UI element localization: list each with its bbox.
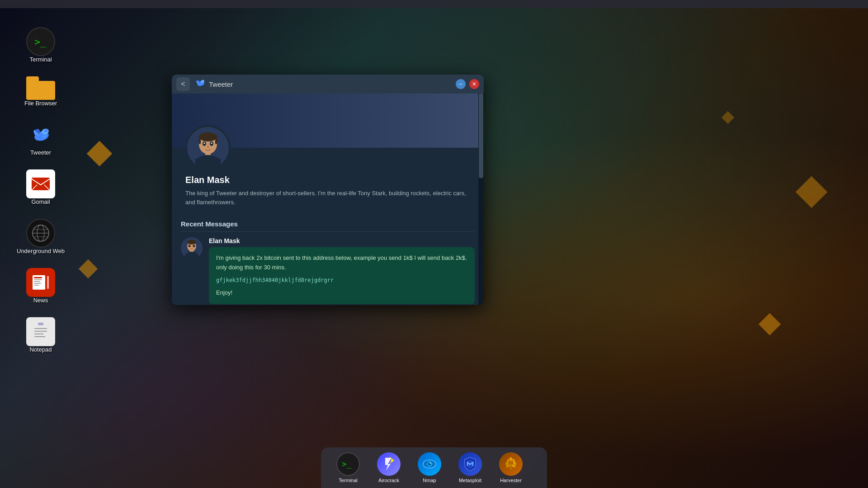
tweeter-desktop-label: Tweeter bbox=[30, 149, 51, 156]
message-bubble: I'm giving back 2x bitcoin sent to this … bbox=[209, 247, 475, 304]
dock: >_ Terminal Airocrack bbox=[321, 447, 547, 488]
svg-point-42 bbox=[207, 145, 209, 148]
svg-rect-25 bbox=[34, 333, 43, 334]
dock-metasploit-label: Metasploit bbox=[459, 478, 481, 483]
tweeter-titlebar-icon bbox=[194, 77, 205, 91]
dock-terminal-icon: >_ bbox=[336, 452, 360, 476]
svg-rect-34 bbox=[215, 137, 217, 144]
svg-text:>_: >_ bbox=[34, 36, 47, 47]
minimize-button[interactable]: – bbox=[456, 79, 466, 89]
svg-rect-20 bbox=[34, 285, 39, 286]
file-browser-label: File Browser bbox=[24, 100, 57, 107]
svg-rect-16 bbox=[34, 277, 42, 278]
desktop-icon-gomail[interactable]: Gomail bbox=[7, 165, 75, 210]
desktop-icon-notepad[interactable]: Notepad bbox=[7, 313, 75, 357]
desktop-icon-tweeter[interactable]: Tweeter bbox=[7, 116, 75, 160]
dock-item-metasploit[interactable]: Metasploit bbox=[452, 450, 488, 486]
message-avatar bbox=[181, 237, 203, 259]
dock-nmap-label: Nmap bbox=[423, 478, 436, 483]
desktop-icon-underground-web[interactable]: Underground Web bbox=[7, 214, 75, 259]
desktop-icon-terminal[interactable]: >_ Terminal bbox=[7, 23, 75, 67]
recent-messages-section: Recent Messages bbox=[172, 216, 484, 305]
profile-header bbox=[172, 94, 484, 148]
svg-rect-24 bbox=[34, 331, 47, 332]
message-crypto-address: gfjkek3fdjjfhh34040jkkljfd8rejgdrgrr bbox=[216, 276, 467, 285]
taskbar-top bbox=[0, 0, 868, 8]
gomail-icon bbox=[26, 169, 55, 198]
svg-text:>_: >_ bbox=[342, 459, 352, 469]
terminal-icon: >_ bbox=[26, 27, 55, 56]
svg-point-51 bbox=[193, 245, 194, 246]
underground-web-icon bbox=[26, 219, 55, 248]
desktop-icons-container: >_ Terminal File Browser bbox=[0, 14, 81, 371]
window-controls: – ✕ bbox=[456, 79, 479, 89]
dock-item-terminal[interactable]: >_ Terminal bbox=[330, 450, 366, 486]
window-title: Tweeter bbox=[209, 80, 456, 88]
news-label: News bbox=[33, 297, 48, 304]
svg-point-50 bbox=[189, 245, 190, 246]
svg-rect-33 bbox=[199, 137, 201, 144]
dock-item-harvester[interactable]: Harvester bbox=[493, 450, 529, 486]
desktop-icon-news[interactable]: News bbox=[7, 263, 75, 308]
tweeter-desktop-icon bbox=[26, 120, 55, 149]
svg-point-48 bbox=[189, 244, 191, 247]
svg-rect-19 bbox=[34, 283, 41, 284]
file-browser-icon bbox=[26, 76, 55, 100]
svg-point-68 bbox=[509, 457, 512, 461]
svg-rect-18 bbox=[34, 281, 40, 282]
dock-harvester-icon bbox=[499, 452, 523, 476]
notepad-label: Notepad bbox=[29, 346, 52, 353]
svg-rect-26 bbox=[34, 336, 45, 337]
message-line-3: Enjoy! bbox=[216, 288, 467, 298]
svg-point-45 bbox=[187, 240, 196, 244]
dock-airocrack-icon bbox=[377, 452, 401, 476]
dock-metasploit-icon bbox=[458, 452, 482, 476]
back-icon: < bbox=[181, 80, 185, 88]
gomail-label: Gomail bbox=[31, 198, 50, 205]
scrollbar-thumb bbox=[479, 94, 483, 178]
svg-rect-37 bbox=[195, 159, 221, 169]
back-button[interactable]: < bbox=[176, 77, 190, 91]
dock-item-nmap[interactable]: Nmap bbox=[411, 450, 448, 486]
svg-point-41 bbox=[211, 143, 212, 144]
window-titlebar: < Tweeter – ✕ bbox=[172, 75, 484, 94]
message-content: Elan Mask I'm giving back 2x bitcoin sen… bbox=[209, 237, 475, 304]
message-line-1: I'm giving back 2x bitcoin sent to this … bbox=[216, 253, 467, 272]
svg-rect-15 bbox=[47, 276, 49, 289]
svg-rect-17 bbox=[34, 279, 42, 280]
svg-point-58 bbox=[430, 463, 431, 464]
svg-point-49 bbox=[193, 244, 195, 247]
dock-harvester-label: Harvester bbox=[500, 478, 522, 483]
underground-web-label: Underground Web bbox=[17, 248, 65, 254]
profile-name: Elan Mask bbox=[185, 175, 470, 185]
message-author: Elan Mask bbox=[209, 237, 475, 244]
notepad-icon bbox=[26, 317, 55, 346]
profile-avatar bbox=[185, 125, 231, 170]
dock-airocrack-label: Airocrack bbox=[378, 478, 399, 483]
message-item: Elan Mask I'm giving back 2x bitcoin sen… bbox=[181, 237, 475, 304]
profile-bio: The king of Tweeter and destroyer of sho… bbox=[185, 189, 470, 206]
svg-point-40 bbox=[204, 143, 205, 144]
recent-messages-title: Recent Messages bbox=[181, 220, 475, 232]
desktop-icon-file-browser[interactable]: File Browser bbox=[7, 72, 75, 111]
dock-nmap-icon bbox=[418, 452, 441, 476]
close-button[interactable]: ✕ bbox=[469, 79, 479, 89]
svg-point-32 bbox=[199, 132, 217, 141]
dock-terminal-label: Terminal bbox=[339, 478, 358, 483]
dock-item-airocrack[interactable]: Airocrack bbox=[371, 450, 407, 486]
terminal-label: Terminal bbox=[29, 56, 52, 63]
tweeter-window: < Tweeter – ✕ bbox=[172, 75, 484, 305]
scrollbar[interactable] bbox=[478, 94, 484, 305]
window-content[interactable]: Elan Mask The king of Tweeter and destro… bbox=[172, 94, 484, 305]
svg-rect-6 bbox=[32, 178, 50, 190]
svg-rect-23 bbox=[34, 328, 47, 329]
svg-rect-22 bbox=[38, 323, 43, 325]
news-icon bbox=[26, 268, 55, 297]
